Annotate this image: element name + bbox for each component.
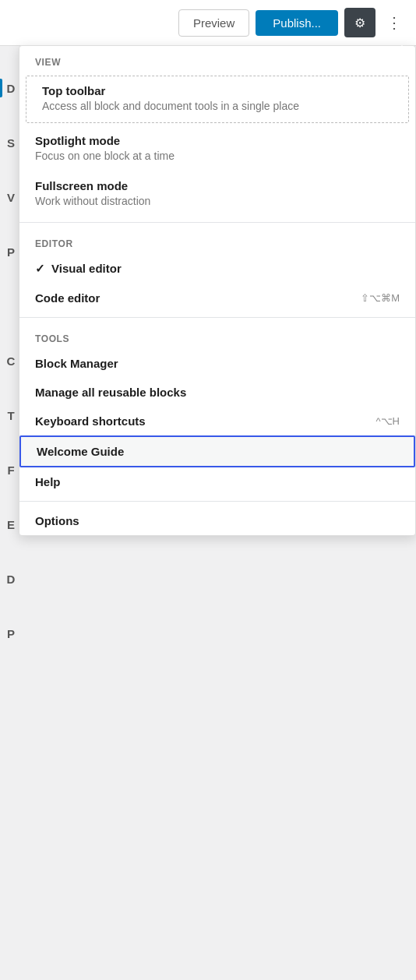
more-icon: ⋮ — [386, 13, 402, 32]
menu-item-keyboard-shortcuts[interactable]: Keyboard shortcuts ^⌥H — [19, 407, 415, 435]
options-title: Options — [35, 514, 400, 527]
visual-editor-label: Visual editor — [51, 262, 122, 275]
publish-button[interactable]: Publish... — [256, 10, 338, 36]
divider-3 — [19, 501, 415, 502]
divider-2 — [19, 317, 415, 318]
checkmark-icon: ✓ — [35, 262, 45, 276]
divider-1 — [19, 222, 415, 223]
gear-icon: ⚙ — [354, 16, 365, 30]
help-title: Help — [35, 475, 400, 488]
tools-section-label: Tools — [19, 323, 415, 349]
block-manager-title: Block Manager — [35, 357, 400, 370]
menu-item-code-editor[interactable]: Code editor ⇧⌥⌘M — [19, 284, 415, 312]
settings-button[interactable]: ⚙ — [344, 8, 375, 37]
spotlight-title: Spotlight mode — [35, 134, 400, 147]
sidebar-letter-p2: P — [0, 606, 22, 661]
menu-item-welcome-guide[interactable]: Welcome Guide — [21, 437, 414, 466]
menu-item-fullscreen[interactable]: Fullscreen mode Work without distraction — [19, 171, 415, 217]
view-section-label: View — [19, 46, 415, 72]
keyboard-shortcuts-shortcut: ^⌥H — [376, 415, 400, 427]
top-bar: Preview Publish... ⚙ ⋮ — [0, 0, 416, 46]
sidebar-letter-d2: D — [0, 552, 22, 606]
menu-item-block-manager[interactable]: Block Manager — [19, 349, 415, 378]
manage-reusable-title: Manage all reusable blocks — [35, 386, 400, 399]
fullscreen-desc: Work without distraction — [35, 194, 400, 210]
keyboard-shortcuts-title: Keyboard shortcuts — [35, 414, 400, 428]
editor-section-label: Editor — [19, 227, 415, 254]
top-toolbar-item: Top toolbar Access all block and documen… — [26, 76, 409, 123]
code-editor-title: Code editor — [35, 291, 400, 305]
menu-item-help[interactable]: Help — [19, 467, 415, 496]
menu-item-options[interactable]: Options — [19, 506, 415, 535]
menu-item-visual-editor[interactable]: ✓ Visual editor — [19, 254, 415, 284]
more-options-button[interactable]: ⋮ — [382, 10, 407, 35]
top-toolbar-desc: Access all block and document tools in a… — [42, 99, 393, 115]
menu-item-spotlight[interactable]: Spotlight mode Focus on one block at a t… — [19, 126, 415, 172]
fullscreen-title: Fullscreen mode — [35, 179, 400, 192]
welcome-guide-item: Welcome Guide — [19, 435, 415, 467]
menu-item-manage-reusable[interactable]: Manage all reusable blocks — [19, 378, 415, 407]
preview-button[interactable]: Preview — [178, 9, 249, 37]
spotlight-desc: Focus on one block at a time — [35, 149, 400, 164]
top-toolbar-title: Top toolbar — [42, 84, 393, 97]
dropdown-arrow — [396, 45, 408, 51]
code-editor-shortcut: ⇧⌥⌘M — [361, 292, 400, 304]
menu-item-top-toolbar[interactable]: Top toolbar Access all block and documen… — [26, 76, 408, 122]
welcome-guide-title: Welcome Guide — [37, 445, 398, 458]
visual-editor-title: ✓ Visual editor — [35, 262, 400, 276]
dropdown-menu: View Top toolbar Access all block and do… — [19, 45, 416, 536]
